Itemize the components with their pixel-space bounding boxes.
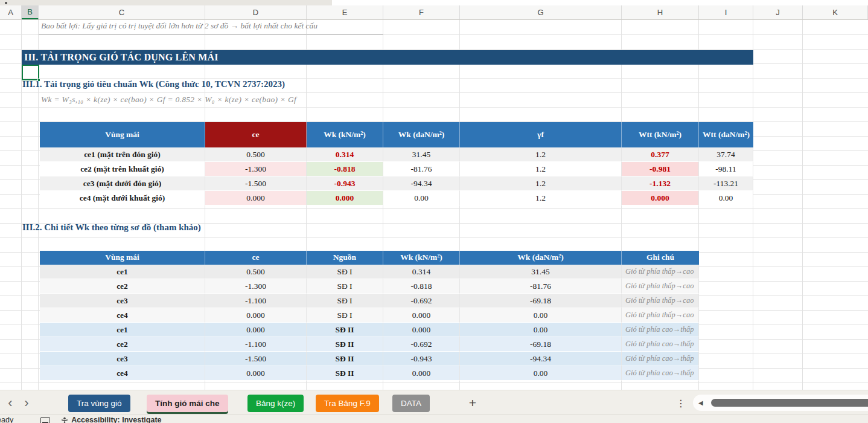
table-cell[interactable]: 0.314 (383, 265, 460, 279)
table-cell[interactable]: 0.000 (383, 308, 460, 323)
table-cell[interactable]: 0.00 (460, 323, 622, 337)
table-cell[interactable]: 0.00 (460, 308, 622, 323)
table-cell[interactable]: 0.000 (383, 366, 460, 381)
column-header-cell[interactable]: Wk (daN/m²) (460, 251, 622, 265)
column-header-cell[interactable]: ce (205, 251, 307, 265)
column-header-D[interactable]: D (205, 5, 307, 19)
macro-record-icon[interactable] (40, 417, 50, 423)
table-cell[interactable]: ce1 (40, 265, 205, 279)
table-cell[interactable]: 31.45 (383, 147, 460, 162)
table-cell[interactable]: 0.500 (205, 147, 307, 162)
table-cell[interactable]: ce2 (mặt trên khuất gió) (40, 162, 205, 176)
table-cell[interactable]: ce1 (mặt trên đón gió) (40, 147, 205, 162)
table-cell[interactable]: ce1 (40, 323, 205, 337)
table-cell[interactable]: 0.00 (460, 366, 622, 381)
note-cell[interactable]: Gió từ phía thấp→cao (622, 279, 699, 294)
table-cell[interactable]: ce4 (40, 366, 205, 381)
accessibility-status[interactable]: Accessibility: Investigate (71, 416, 161, 423)
column-header-E[interactable]: E (307, 5, 383, 19)
sheet-tab-t-nh-gi-m-i-che[interactable]: Tính gió mái che (147, 395, 228, 412)
table-cell[interactable]: -94.34 (383, 176, 460, 191)
note-cell[interactable]: Bao bất lợi: Lấy giá trị có trị tuyệt đố… (41, 21, 318, 33)
table-cell[interactable]: -113.21 (699, 176, 753, 191)
table-cell[interactable]: SĐ I (307, 308, 383, 323)
note-cell[interactable]: Gió từ phía thấp→cao (622, 265, 699, 279)
column-header-cell[interactable]: Wtt (kN/m²) (622, 122, 699, 147)
add-sheet-button[interactable]: + (465, 396, 480, 410)
column-header-cell[interactable]: ce (205, 122, 307, 147)
table-cell[interactable]: -0.943 (383, 352, 460, 366)
table-cell[interactable]: -1.132 (622, 176, 699, 191)
selected-cell[interactable] (22, 65, 39, 80)
table-cell[interactable]: -0.981 (622, 162, 699, 176)
scrollbar-thumb[interactable] (711, 399, 868, 407)
table-cell[interactable]: 37.74 (699, 147, 753, 162)
sheet-tab-b-ng-k-ze-[interactable]: Bảng k(ze) (247, 395, 304, 412)
column-header-C[interactable]: C (39, 5, 205, 19)
table-cell[interactable]: -81.76 (460, 279, 622, 294)
column-header-H[interactable]: H (622, 5, 699, 19)
scroll-left-icon[interactable]: ◀ (698, 399, 703, 406)
sheet-nav-right-icon[interactable]: › (20, 396, 33, 410)
table-cell[interactable]: SĐ I (307, 279, 383, 294)
section32-heading[interactable]: III.2. Chi tiết Wk theo từng sơ đồ (tham… (22, 222, 201, 233)
sheet-nav-left-icon[interactable]: ‹ (4, 396, 17, 410)
sheet-tab-data[interactable]: DATA (392, 395, 430, 412)
table-cell[interactable]: 1.2 (460, 176, 622, 191)
table-cell[interactable]: 0.000 (205, 191, 307, 205)
table-cell[interactable]: ce2 (40, 337, 205, 352)
table-cell[interactable]: -1.500 (205, 176, 307, 191)
table-cell[interactable]: 0.314 (307, 147, 383, 162)
table-cell[interactable]: 1.2 (460, 162, 622, 176)
column-header-G[interactable]: G (460, 5, 622, 19)
table-cell[interactable]: -98.11 (699, 162, 753, 176)
column-header-cell[interactable]: Wtt (daN/m²) (699, 122, 753, 147)
table-cell[interactable]: SĐ II (307, 323, 383, 337)
column-header-J[interactable]: J (753, 5, 803, 19)
more-options-icon[interactable]: ⋮ (675, 396, 687, 410)
table-cell[interactable]: 0.00 (699, 191, 753, 205)
table-cell[interactable]: SĐ II (307, 337, 383, 352)
column-header-F[interactable]: F (383, 5, 460, 19)
section-title-banner[interactable]: III. TẢI TRỌNG GIÓ TÁC DỤNG LÊN MÁI (22, 50, 753, 65)
table-cell[interactable]: SĐ I (307, 265, 383, 279)
table-cell[interactable]: 0.000 (383, 323, 460, 337)
column-header-cell[interactable]: Vùng mái (40, 251, 205, 265)
table-cell[interactable]: -69.18 (460, 294, 622, 308)
column-header-B[interactable]: B (22, 5, 39, 19)
table-cell[interactable]: -0.943 (307, 176, 383, 191)
table-cell[interactable]: ce4 (40, 308, 205, 323)
table-cell[interactable]: ce3 (40, 294, 205, 308)
table-cell[interactable]: -1.100 (205, 337, 307, 352)
table-cell[interactable]: -0.692 (383, 337, 460, 352)
note-cell[interactable]: Gió từ phía cao→thấp (622, 323, 699, 337)
table-cell[interactable]: -69.18 (460, 337, 622, 352)
table-cell[interactable]: -81.76 (383, 162, 460, 176)
table-cell[interactable]: 0.500 (205, 265, 307, 279)
sheet-tab-tra-b-ng-f-9[interactable]: Tra Bảng F.9 (316, 395, 379, 412)
column-header-cell[interactable]: Wk (kN/m²) (307, 122, 383, 147)
table-cell[interactable]: -94.34 (460, 352, 622, 366)
table-cell[interactable]: 0.00 (383, 191, 460, 205)
column-header-cell[interactable]: Vùng mái (40, 122, 205, 147)
section31-heading[interactable]: III.1. Tải trọng gió tiêu chuẩn Wk (Công… (22, 79, 285, 89)
column-header-cell[interactable]: Ghi chú (622, 251, 699, 265)
note-cell[interactable]: Gió từ phía cao→thấp (622, 366, 699, 381)
table-cell[interactable]: SĐ I (307, 294, 383, 308)
column-header-cell[interactable]: γf (460, 122, 622, 147)
horizontal-scrollbar[interactable]: ◀ (693, 395, 868, 411)
table-cell[interactable]: -0.692 (383, 294, 460, 308)
table-cell[interactable]: SĐ II (307, 352, 383, 366)
table-cell[interactable]: 0.000 (205, 308, 307, 323)
table-cell[interactable]: 1.2 (460, 191, 622, 205)
table-cell[interactable]: ce4 (mặt dưới khuất gió) (40, 191, 205, 205)
note-cell[interactable]: Gió từ phía cao→thấp (622, 337, 699, 352)
note-cell[interactable]: Gió từ phía thấp→cao (622, 294, 699, 308)
table-cell[interactable]: -1.300 (205, 279, 307, 294)
column-header-I[interactable]: I (699, 5, 753, 19)
sheet-tab-tra-v-ng-gi-[interactable]: Tra vùng gió (68, 395, 130, 412)
table-cell[interactable]: -1.300 (205, 162, 307, 176)
table-cell[interactable]: 31.45 (460, 265, 622, 279)
table-cell[interactable]: -0.818 (383, 279, 460, 294)
table-cell[interactable]: 1.2 (460, 147, 622, 162)
